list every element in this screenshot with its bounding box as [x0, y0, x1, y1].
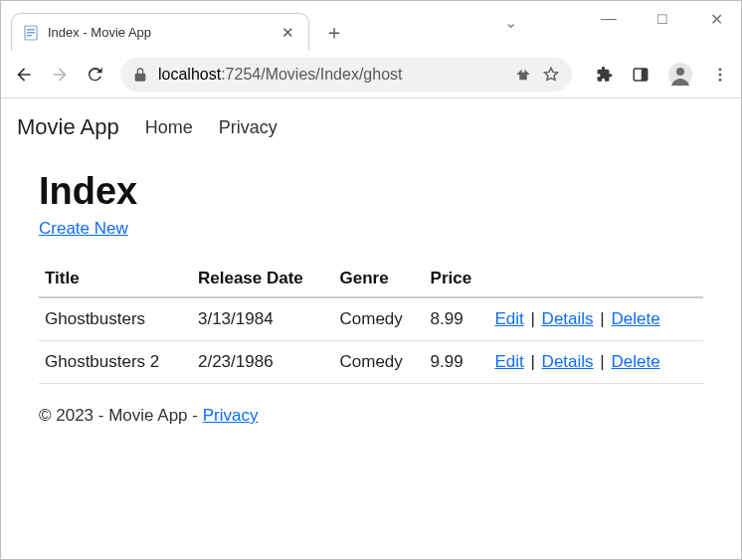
- cell-genre: Comedy: [334, 341, 425, 384]
- svg-rect-2: [27, 32, 35, 34]
- toolbar-right: [596, 62, 729, 88]
- main-content: Index Create New Title Release Date Genr…: [1, 170, 741, 384]
- col-title: Title: [39, 261, 192, 297]
- nav-home[interactable]: Home: [145, 117, 193, 138]
- tab-close-icon[interactable]: ✕: [278, 22, 298, 44]
- svg-rect-3: [27, 35, 32, 37]
- movies-table: Title Release Date Genre Price Ghostbust…: [39, 261, 703, 384]
- lock-icon: [132, 67, 148, 83]
- url-host: localhost: [158, 66, 221, 83]
- footer-privacy-link[interactable]: Privacy: [203, 406, 259, 425]
- page-favicon-icon: [22, 24, 40, 42]
- cell-title: Ghostbusters: [39, 297, 192, 341]
- reload-button[interactable]: [85, 64, 106, 86]
- share-icon[interactable]: [514, 66, 532, 84]
- svg-point-7: [676, 68, 684, 76]
- page-footer: © 2023 - Movie App - Privacy: [1, 384, 741, 448]
- page: Movie App Home Privacy Index Create New …: [1, 98, 741, 448]
- create-new-link[interactable]: Create New: [39, 219, 128, 239]
- window-titlebar: Index - Movie App ✕ ＋ ⌄ — ☐ ✕: [1, 1, 741, 51]
- window-controls: — ☐ ✕: [592, 9, 733, 29]
- brand[interactable]: Movie App: [17, 114, 119, 140]
- svg-point-10: [719, 78, 722, 81]
- col-price: Price: [425, 261, 489, 297]
- url-text: localhost:7254/Movies/Index/ghost: [158, 66, 504, 84]
- svg-rect-5: [642, 69, 648, 81]
- tab-title: Index - Movie App: [48, 25, 278, 40]
- back-button[interactable]: [13, 64, 35, 86]
- extensions-icon[interactable]: [596, 66, 614, 84]
- delete-link[interactable]: Delete: [611, 309, 659, 328]
- details-link[interactable]: Details: [542, 309, 594, 328]
- address-bar[interactable]: localhost:7254/Movies/Index/ghost: [120, 58, 572, 92]
- details-link[interactable]: Details: [542, 352, 594, 371]
- cell-actions: Edit | Details | Delete: [488, 297, 703, 341]
- svg-point-9: [719, 73, 722, 76]
- col-actions: [488, 261, 703, 297]
- cell-price: 8.99: [425, 297, 489, 341]
- forward-button[interactable]: [49, 64, 71, 86]
- action-sep: |: [524, 352, 542, 371]
- action-sep: |: [594, 309, 612, 328]
- col-release: Release Date: [192, 261, 334, 297]
- star-icon[interactable]: [542, 66, 560, 84]
- table-row: Ghostbusters 2 2/23/1986 Comedy 9.99 Edi…: [39, 341, 703, 384]
- cell-release: 3/13/1984: [192, 297, 334, 341]
- nav-privacy[interactable]: Privacy: [219, 117, 278, 138]
- table-row: Ghostbusters 3/13/1984 Comedy 8.99 Edit …: [39, 297, 703, 341]
- cell-title: Ghostbusters 2: [39, 341, 192, 384]
- svg-point-8: [719, 68, 722, 71]
- edit-link[interactable]: Edit: [494, 352, 523, 371]
- tabs-dropdown-icon[interactable]: ⌄: [504, 13, 517, 32]
- delete-link[interactable]: Delete: [611, 352, 659, 371]
- action-sep: |: [524, 309, 542, 328]
- window-maximize-icon[interactable]: ☐: [646, 9, 679, 29]
- cell-price: 9.99: [425, 341, 489, 384]
- window-minimize-icon[interactable]: —: [592, 9, 626, 29]
- app-navbar: Movie App Home Privacy: [1, 98, 741, 152]
- cell-actions: Edit | Details | Delete: [488, 341, 703, 384]
- action-sep: |: [594, 352, 612, 371]
- table-header-row: Title Release Date Genre Price: [39, 261, 703, 297]
- svg-rect-1: [27, 29, 35, 31]
- cell-release: 2/23/1986: [192, 341, 334, 384]
- profile-icon[interactable]: [667, 62, 693, 88]
- window-close-icon[interactable]: ✕: [699, 9, 733, 29]
- page-title: Index: [39, 170, 703, 213]
- footer-text: © 2023 - Movie App -: [39, 406, 203, 425]
- url-path: :7254/Movies/Index/ghost: [221, 66, 402, 83]
- cell-genre: Comedy: [334, 297, 425, 341]
- browser-toolbar: localhost:7254/Movies/Index/ghost: [1, 51, 741, 98]
- new-tab-button[interactable]: ＋: [319, 17, 349, 47]
- sidepanel-icon[interactable]: [632, 66, 649, 84]
- col-genre: Genre: [334, 261, 425, 297]
- browser-tab[interactable]: Index - Movie App ✕: [11, 13, 309, 51]
- menu-icon[interactable]: [711, 66, 729, 84]
- edit-link[interactable]: Edit: [494, 309, 523, 328]
